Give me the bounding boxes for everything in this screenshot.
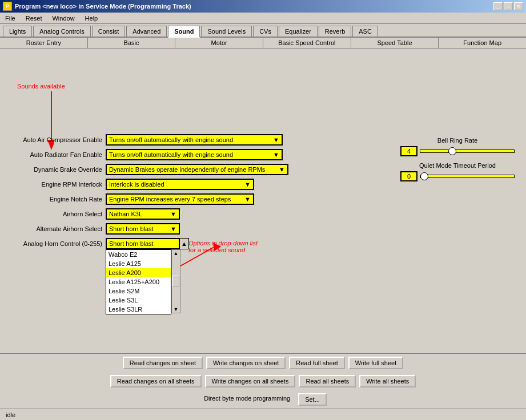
sub-tab-basic[interactable]: Basic — [88, 38, 176, 48]
list-item-wabco[interactable]: Wabco E2 — [106, 250, 171, 259]
auto-air-compressor-label: Auto Air Compressor Enable — [6, 136, 106, 143]
menu-window[interactable]: Window — [50, 14, 77, 22]
list-item-leslie-s3l[interactable]: Leslie S3L — [106, 296, 171, 305]
engine-notch-rate-row: Engine Notch Rate Engine RPM increases e… — [6, 193, 520, 205]
write-all-sheets-button[interactable]: Write all sheets — [359, 375, 416, 387]
analog-horn-row: Analog Horn Control (0-255) Short horn b… — [6, 238, 520, 249]
menu-bar: File Reset Window Help — [0, 13, 526, 24]
engine-notch-rate-dropdown[interactable]: Engine RPM increases every 7 speed steps… — [106, 193, 254, 205]
set-button[interactable]: Set... — [298, 393, 327, 406]
dropdown-arrow-icon: ▼ — [273, 136, 279, 143]
engine-rpm-interlock-dropdown[interactable]: Interlock is disabled ▼ — [106, 179, 254, 190]
btn-row-2: Read changes on all sheets Write changes… — [0, 372, 526, 390]
tab-asc[interactable]: ASC — [352, 26, 378, 37]
dropdown-arrow-icon: ▼ — [273, 151, 279, 158]
minimize-button[interactable]: _ — [493, 2, 503, 10]
btn-row-1: Read changes on sheet Write changes on s… — [0, 354, 526, 372]
list-scrollbar[interactable]: ▲ ▼ — [171, 249, 180, 313]
sub-tab-motor[interactable]: Motor — [175, 38, 263, 48]
alt-airhorn-select-row: Alternate Airhorn Select Short horn blas… — [6, 223, 520, 235]
right-panel: Bell Ring Rate 4 Quiet Mode Timeout Peri… — [400, 137, 515, 187]
sub-tab-function-map[interactable]: Function Map — [439, 38, 526, 48]
tab-lights[interactable]: Lights — [3, 26, 32, 37]
scroll-up-icon[interactable]: ▲ — [174, 251, 179, 256]
read-changes-on-sheet-button[interactable]: Read changes on sheet — [123, 357, 203, 369]
bell-ring-rate-row: 4 — [400, 146, 515, 156]
bottom-area: Read changes on sheet Write changes on s… — [0, 353, 526, 420]
engine-notch-rate-label: Engine Notch Rate — [6, 196, 106, 203]
annotation-line2: for a selected sound — [188, 247, 258, 253]
write-changes-all-sheets-button[interactable]: Write changes on all sheets — [205, 375, 296, 387]
direct-byte-label: Direct byte mode programming — [199, 393, 295, 406]
quiet-mode-track[interactable] — [420, 175, 515, 178]
airhorn-select-row: Airhorn Select Nathan K3L ▼ — [6, 208, 520, 220]
bell-ring-rate-label: Bell Ring Rate — [400, 137, 515, 144]
annotation-line1: Options in drop-down list — [188, 240, 258, 247]
write-changes-on-sheet-button[interactable]: Write changes on sheet — [206, 357, 286, 369]
read-all-sheets-button[interactable]: Read all sheets — [299, 375, 356, 387]
tab-sound[interactable]: Sound — [168, 26, 200, 38]
read-full-sheet-button[interactable]: Read full sheet — [289, 357, 344, 369]
quiet-mode-thumb[interactable] — [420, 172, 428, 180]
main-tab-row: Lights Analog Controls Consist Advanced … — [0, 24, 526, 38]
write-full-sheet-button[interactable]: Write full sheet — [348, 357, 404, 369]
dropdown-arrow-icon: ▼ — [244, 196, 251, 203]
tab-reverb[interactable]: Reverb — [319, 26, 351, 37]
bell-ring-rate-track[interactable] — [420, 150, 515, 153]
tab-analog-controls[interactable]: Analog Controls — [33, 26, 90, 37]
btn-row-3: Direct byte mode programming Set... — [0, 390, 526, 409]
read-changes-all-sheets-button[interactable]: Read changes on all sheets — [110, 375, 202, 387]
analog-horn-dropdown[interactable]: Short horn blast — [106, 238, 180, 249]
alt-airhorn-select-label: Alternate Airhorn Select — [6, 225, 106, 232]
analog-horn-list: Wabco E2 Leslie A125 Leslie A200 Leslie … — [106, 249, 171, 314]
tab-sound-levels[interactable]: Sound Levels — [201, 26, 252, 37]
status-bar: idle — [0, 409, 526, 420]
tab-advanced[interactable]: Advanced — [126, 26, 167, 37]
list-item-leslie-s2m[interactable]: Leslie S2M — [106, 286, 171, 296]
list-item-leslie-a125a200[interactable]: Leslie A125+A200 — [106, 277, 171, 286]
title-text: Program <new loco> in Service Mode (Prog… — [15, 3, 191, 10]
app-icon: P — [3, 2, 12, 11]
dynamic-brake-label: Dynamic Brake Override — [6, 166, 106, 173]
alt-airhorn-dropdown[interactable]: Short horn blast ▼ — [106, 223, 180, 235]
title-bar: P Program <new loco> in Service Mode (Pr… — [0, 0, 526, 13]
airhorn-select-label: Airhorn Select — [6, 211, 106, 217]
quiet-mode-label: Quiet Mode Timeout Period — [400, 162, 515, 169]
dropdown-scroll-up[interactable]: ▲ — [180, 238, 189, 249]
quiet-mode-value[interactable]: 0 — [400, 171, 417, 181]
engine-rpm-interlock-label: Engine RPM Interlock — [6, 181, 106, 188]
tab-equalizer[interactable]: Equalizer — [279, 26, 318, 37]
menu-reset[interactable]: Reset — [23, 14, 45, 22]
menu-help[interactable]: Help — [83, 14, 101, 22]
close-button[interactable]: ✕ — [514, 2, 523, 10]
scroll-down-icon[interactable]: ▼ — [174, 306, 179, 312]
maximize-button[interactable]: □ — [504, 2, 513, 10]
menu-file[interactable]: File — [3, 14, 18, 22]
airhorn-select-dropdown[interactable]: Nathan K3L ▼ — [106, 208, 180, 220]
window-controls[interactable]: _ □ ✕ — [493, 2, 523, 10]
dropdown-arrow-icon: ▼ — [170, 211, 176, 217]
bell-ring-rate-thumb[interactable] — [448, 147, 456, 155]
dynamic-brake-dropdown[interactable]: Dynamic Brakes operate independently of … — [106, 164, 288, 175]
dropdown-arrow-icon: ▼ — [244, 181, 251, 188]
scroll-thumb[interactable] — [172, 276, 179, 287]
list-item-leslie-a200[interactable]: Leslie A200 — [106, 268, 171, 277]
dropdown-arrow-icon: ▼ — [170, 225, 176, 232]
bell-ring-rate-value[interactable]: 4 — [400, 146, 417, 156]
tab-consist[interactable]: Consist — [92, 26, 126, 37]
sub-tab-roster-entry[interactable]: Roster Entry — [0, 38, 88, 48]
list-item-leslie-s3lr[interactable]: Leslie S3LR — [106, 305, 171, 314]
auto-radiator-fan-label: Auto Radiator Fan Enable — [6, 151, 106, 158]
quiet-mode-row: 0 — [400, 171, 515, 181]
auto-radiator-fan-dropdown[interactable]: Turns on/off automatically with engine s… — [106, 149, 283, 160]
sounds-available-label: Sounds available — [17, 83, 65, 90]
auto-air-compressor-dropdown[interactable]: Turns on/off automatically with engine s… — [106, 134, 283, 146]
sub-tab-row: Roster Entry Basic Motor Basic Speed Con… — [0, 38, 526, 49]
dropdown-arrow-icon: ▼ — [279, 166, 285, 173]
annotation-text: Options in drop-down list for a selected… — [188, 240, 258, 253]
list-item-leslie-a125[interactable]: Leslie A125 — [106, 259, 171, 268]
analog-horn-label: Analog Horn Control (0-255) — [6, 240, 106, 247]
sub-tab-basic-speed[interactable]: Basic Speed Control — [263, 38, 351, 48]
sub-tab-speed-table[interactable]: Speed Table — [351, 38, 439, 48]
tab-cvs[interactable]: CVs — [253, 26, 278, 37]
